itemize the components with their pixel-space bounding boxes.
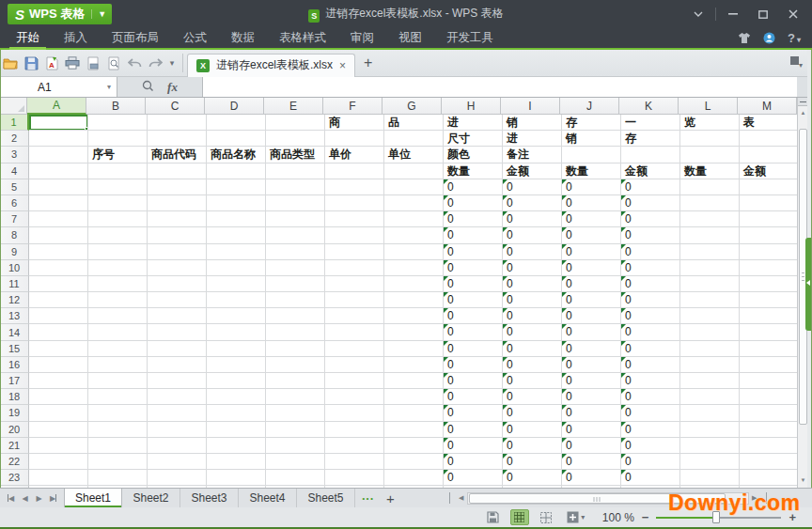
- cell-B10[interactable]: [88, 260, 148, 276]
- cell-K14[interactable]: 0: [621, 324, 680, 340]
- sheet-tab-1[interactable]: Sheet1: [64, 489, 122, 507]
- cell-B17[interactable]: [88, 373, 148, 389]
- cell-F17[interactable]: [325, 373, 384, 389]
- horizontal-scroll-thumb[interactable]: [469, 493, 726, 504]
- cell-M4[interactable]: 金额: [740, 163, 797, 179]
- cell-K5[interactable]: 0: [621, 179, 680, 195]
- cell-B22[interactable]: [88, 454, 148, 470]
- cell-K6[interactable]: 0: [621, 195, 680, 211]
- sheet-tab-3[interactable]: Sheet3: [180, 489, 239, 507]
- cell-A12[interactable]: [29, 292, 88, 308]
- cell-H19[interactable]: 0: [444, 405, 503, 421]
- cell-M3[interactable]: [740, 147, 797, 163]
- cell-I23[interactable]: 0: [503, 470, 562, 486]
- cell-B18[interactable]: [88, 389, 148, 405]
- cell-L4[interactable]: 数量: [680, 163, 740, 179]
- cell-A19[interactable]: [29, 405, 88, 421]
- cell-B15[interactable]: [88, 341, 148, 357]
- cell-M19[interactable]: [740, 405, 797, 421]
- cell-A8[interactable]: [29, 227, 88, 243]
- cell-F11[interactable]: [325, 276, 384, 292]
- ribbon-tab-7[interactable]: 审阅: [338, 28, 386, 48]
- cell-L16[interactable]: [680, 357, 740, 373]
- column-header-D[interactable]: D: [205, 98, 264, 115]
- cell-K21[interactable]: 0: [621, 438, 680, 454]
- cell-L14[interactable]: [680, 324, 740, 340]
- cell-I21[interactable]: 0: [503, 438, 562, 454]
- toolbar-dropdown-icon[interactable]: ▾: [165, 58, 179, 68]
- cell-B6[interactable]: [88, 195, 148, 211]
- cell-J16[interactable]: 0: [562, 357, 621, 373]
- cell-M8[interactable]: [740, 227, 797, 243]
- select-all-corner[interactable]: [0, 98, 27, 115]
- cell-L1[interactable]: 览: [680, 115, 740, 131]
- cell-A11[interactable]: [29, 276, 88, 292]
- cell-A10[interactable]: [29, 260, 88, 276]
- cell-I14[interactable]: 0: [503, 324, 562, 340]
- cell-A22[interactable]: [29, 454, 88, 470]
- zoom-out-button[interactable]: −: [642, 510, 649, 524]
- cell-J23[interactable]: 0: [562, 470, 621, 486]
- cell-I2[interactable]: 进: [503, 131, 562, 147]
- sheet-list-button[interactable]: ···: [355, 489, 381, 507]
- cell-J22[interactable]: 0: [562, 454, 621, 470]
- cell-L19[interactable]: [680, 405, 740, 421]
- export-pdf-icon[interactable]: A: [41, 52, 62, 74]
- row-header-20[interactable]: 20: [0, 422, 29, 438]
- cell-E3[interactable]: 商品类型: [266, 147, 325, 163]
- cell-A18[interactable]: [29, 389, 88, 405]
- cell-L12[interactable]: [680, 292, 740, 308]
- cell-K10[interactable]: 0: [621, 260, 680, 276]
- cell-A6[interactable]: [29, 195, 88, 211]
- first-sheet-icon[interactable]: ◀: [5, 494, 17, 503]
- cell-M15[interactable]: [740, 341, 797, 357]
- cell-G4[interactable]: [384, 163, 444, 179]
- cell-D17[interactable]: [207, 373, 266, 389]
- cell-D12[interactable]: [207, 292, 266, 308]
- page-break-view-button[interactable]: [537, 509, 555, 525]
- cell-A1[interactable]: [29, 115, 88, 131]
- cell-C3[interactable]: 商品代码: [148, 147, 207, 163]
- cell-M18[interactable]: [740, 389, 797, 405]
- ribbon-tab-1[interactable]: 开始: [4, 28, 52, 48]
- cell-G7[interactable]: [384, 211, 444, 227]
- cell-D9[interactable]: [207, 244, 266, 260]
- cell-A14[interactable]: [29, 324, 88, 340]
- cell-I12[interactable]: 0: [503, 292, 562, 308]
- cell-M12[interactable]: [740, 292, 797, 308]
- column-header-H[interactable]: H: [442, 98, 501, 115]
- cell-J20[interactable]: 0: [562, 422, 621, 438]
- cell-J5[interactable]: 0: [562, 179, 621, 195]
- row-header-11[interactable]: 11: [0, 276, 29, 292]
- cell-C7[interactable]: [148, 211, 207, 227]
- cell-I1[interactable]: 销: [503, 115, 562, 131]
- column-header-B[interactable]: B: [86, 98, 146, 115]
- cell-K8[interactable]: 0: [621, 227, 680, 243]
- ribbon-tab-6[interactable]: 表格样式: [267, 28, 338, 48]
- cell-E8[interactable]: [266, 227, 325, 243]
- cell-I8[interactable]: 0: [503, 227, 562, 243]
- cell-L20[interactable]: [680, 422, 740, 438]
- cell-G6[interactable]: [384, 195, 444, 211]
- cell-L10[interactable]: [680, 260, 740, 276]
- row-header-18[interactable]: 18: [0, 389, 29, 405]
- row-header-19[interactable]: 19: [0, 405, 29, 421]
- row-header-23[interactable]: 23: [0, 470, 29, 486]
- cell-C23[interactable]: [148, 470, 207, 486]
- cell-M23[interactable]: [740, 470, 797, 486]
- cell-C8[interactable]: [148, 227, 207, 243]
- cell-F14[interactable]: [325, 324, 384, 340]
- cell-D5[interactable]: [207, 179, 266, 195]
- cell-G21[interactable]: [384, 438, 444, 454]
- cell-B20[interactable]: [88, 422, 148, 438]
- cell-E22[interactable]: [266, 454, 325, 470]
- cell-F18[interactable]: [325, 389, 384, 405]
- cell-I5[interactable]: 0: [503, 179, 562, 195]
- cell-J13[interactable]: 0: [562, 308, 621, 324]
- name-box[interactable]: A1 ▾: [0, 77, 117, 97]
- row-header-10[interactable]: 10: [0, 260, 29, 276]
- cell-L5[interactable]: [680, 179, 740, 195]
- cell-B14[interactable]: [88, 324, 148, 340]
- close-tab-icon[interactable]: ×: [339, 59, 346, 72]
- magnifier-icon[interactable]: [142, 80, 154, 95]
